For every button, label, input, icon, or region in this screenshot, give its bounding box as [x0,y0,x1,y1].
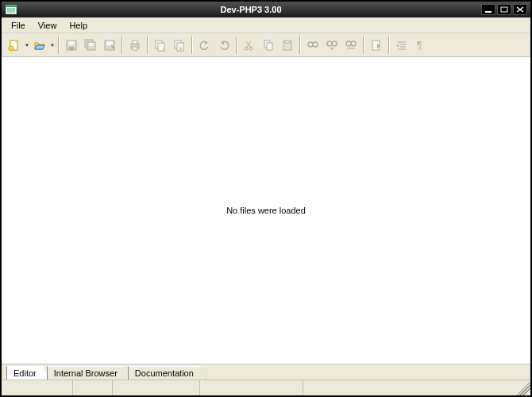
svg-rect-22 [133,47,137,50]
copy-doc-icon [154,39,167,52]
toolbar-separator [299,37,301,54]
minimize-button[interactable] [481,4,495,15]
toolbar-separator [147,37,148,54]
goto-icon [370,39,383,52]
window-controls [481,4,527,15]
print-icon [129,39,141,52]
menu-help[interactable]: Help [63,19,94,32]
paste-doc-icon [173,39,186,52]
status-cell-4 [200,380,303,395]
find-next-icon [326,39,338,52]
new-file-icon [8,39,21,52]
empty-state-message: No files were loaded [226,206,306,215]
svg-point-37 [308,42,313,47]
new-file-dropdown[interactable]: ▼ [24,36,30,55]
goto-button[interactable] [367,36,386,55]
show-special-button[interactable]: ¶ [411,36,430,55]
replace-icon [345,39,357,52]
show-special-icon: ¶ [414,39,427,52]
svg-rect-6 [501,7,507,12]
svg-marker-52 [397,44,399,47]
svg-point-41 [332,41,337,46]
svg-rect-1 [6,5,17,7]
svg-marker-42 [330,48,333,50]
app-window: Dev-PHP3 3.00 File View Help ▼ ▼ [0,0,532,397]
copy-icon [262,39,275,52]
statusbar [2,380,530,395]
toolbar-separator [191,37,193,54]
copy-doc-button[interactable] [151,36,170,55]
print-button[interactable] [125,36,145,55]
resize-grip[interactable] [516,381,530,395]
bottom-tabstrip: Editor Internal Browser Documentation [2,364,530,380]
save-as-icon [103,39,116,52]
cut-icon [243,39,256,52]
toolbar-separator [121,37,123,54]
tab-documentation[interactable]: Documentation [128,366,206,380]
svg-rect-14 [69,47,74,50]
menu-file[interactable]: File [5,19,32,32]
redo-button[interactable] [214,36,233,55]
find-next-button[interactable] [322,36,341,55]
save-icon [65,39,78,52]
copy-button[interactable] [259,36,278,55]
indent-icon [395,39,408,52]
menu-view[interactable]: View [32,19,64,32]
svg-rect-5 [485,11,492,13]
status-cell-3 [113,380,200,395]
find-icon [306,39,319,52]
redo-icon [218,39,230,52]
paste-doc-button[interactable] [170,36,189,55]
svg-point-43 [346,41,351,46]
svg-point-38 [313,42,318,47]
svg-point-11 [9,46,13,51]
undo-button[interactable] [195,36,214,55]
toolbar: ▼ ▼ ¶ [2,33,530,57]
find-button[interactable] [303,36,322,55]
save-as-button[interactable] [100,36,119,55]
svg-point-44 [351,41,356,46]
replace-button[interactable] [341,36,360,55]
svg-rect-13 [68,41,75,45]
toolbar-separator [363,37,364,54]
indent-button[interactable] [392,36,411,55]
undo-icon [199,39,211,52]
open-file-dropdown[interactable]: ▼ [49,36,56,55]
svg-rect-36 [285,40,290,43]
editor-area: No files were loaded [2,57,530,364]
menubar: File View Help [2,17,530,33]
save-button[interactable] [62,36,81,55]
tab-internal-browser[interactable]: Internal Browser [47,366,129,380]
svg-point-40 [327,41,332,46]
paste-button[interactable] [278,36,297,55]
toolbar-separator [236,37,237,54]
open-file-icon [33,39,46,52]
save-all-icon [84,39,97,52]
new-file-button[interactable] [5,36,24,55]
svg-rect-34 [267,43,272,50]
cut-button[interactable] [240,36,259,55]
svg-rect-21 [133,40,137,44]
paste-icon [281,39,294,52]
app-icon [5,5,17,14]
close-button[interactable] [513,4,527,15]
status-cell-1 [2,380,73,395]
titlebar: Dev-PHP3 3.00 [2,2,530,17]
status-cell-2 [73,380,113,395]
maximize-button[interactable] [497,4,511,15]
toolbar-separator [388,37,390,54]
svg-rect-19 [106,41,113,45]
tab-editor[interactable]: Editor [6,366,48,380]
svg-text:¶: ¶ [417,40,422,51]
save-all-button[interactable] [81,36,100,55]
svg-rect-17 [89,43,94,46]
open-file-button[interactable] [30,36,49,55]
toolbar-separator [58,37,60,54]
window-title: Dev-PHP3 3.00 [21,5,481,14]
